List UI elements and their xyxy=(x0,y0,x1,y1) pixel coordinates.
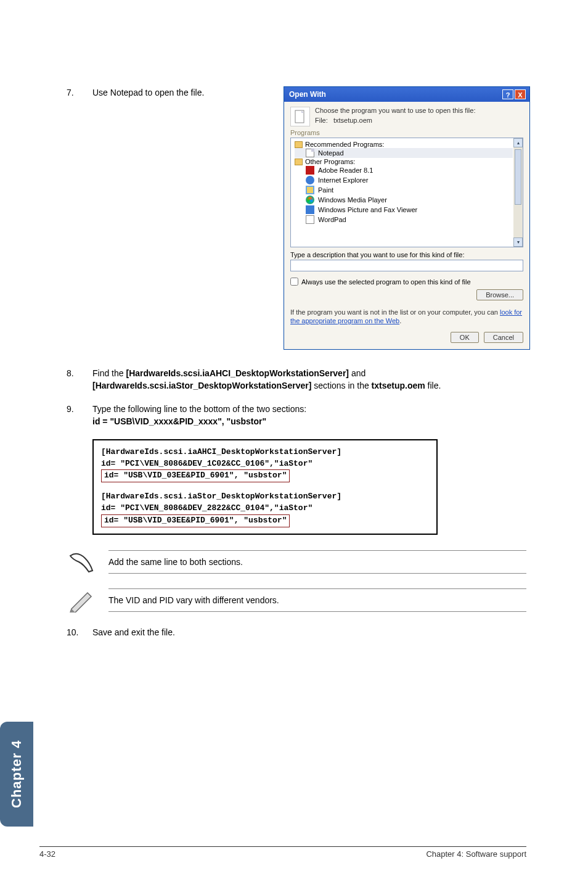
file-label: File: xyxy=(315,117,328,124)
program-internet-explorer[interactable]: Internet Explorer xyxy=(295,175,513,185)
step-7-number: 7. xyxy=(67,86,92,99)
folder-icon xyxy=(295,141,303,148)
description-label: Type a description that you want to use … xyxy=(290,251,523,258)
code-block: [HardwareIds.scsi.iaAHCI_DesktopWorkstat… xyxy=(92,439,438,535)
file-name: txtsetup.oem xyxy=(333,117,372,124)
step-10-text: Save and exit the file. xyxy=(92,626,526,638)
browse-button[interactable]: Browse... xyxy=(476,289,523,300)
scroll-thumb[interactable] xyxy=(515,149,521,205)
programs-listbox[interactable]: ▴ ▾ Recommended Programs: Notepad xyxy=(290,138,523,247)
ie-icon xyxy=(306,176,314,184)
cancel-button[interactable]: Cancel xyxy=(484,332,523,343)
recommended-group: Recommended Programs: xyxy=(295,141,513,148)
programs-section-label: Programs xyxy=(290,129,523,136)
notepad-icon xyxy=(306,149,314,157)
choose-program-text: Choose the program you want to use to op… xyxy=(315,107,476,114)
program-paint[interactable]: Paint xyxy=(295,185,513,195)
code-line-1: [HardwareIds.scsi.iaAHCI_DesktopWorkstat… xyxy=(101,447,429,458)
program-adobe-reader[interactable]: Adobe Reader 8.1 xyxy=(295,165,513,175)
program-picture-fax-viewer[interactable]: Windows Picture and Fax Viewer xyxy=(295,205,513,215)
code-line-5: id= "PCI\VEN_8086&DEV_2822&CC_0104","iaS… xyxy=(101,503,429,514)
code-line-4: [HardwareIds.scsi.iaStor_DesktopWorkstat… xyxy=(101,491,429,503)
program-wordpad[interactable]: WordPad xyxy=(295,215,513,225)
step-9-number: 9. xyxy=(67,403,92,428)
open-with-dialog: Open With ? X Choose the program you wan… xyxy=(284,86,530,350)
file-icon xyxy=(290,107,310,126)
paint-icon xyxy=(306,186,314,194)
step-7-text: Use Notepad to open the file. xyxy=(92,86,284,99)
page-number: 4-32 xyxy=(39,849,55,859)
close-button[interactable]: X xyxy=(515,89,526,99)
scroll-up-icon[interactable]: ▴ xyxy=(513,138,523,147)
chapter-label: Chapter 4: Software support xyxy=(426,849,526,859)
code-line-6-highlight: id= "USB\VID_03EE&PID_6901", "usbstor" xyxy=(101,514,290,527)
always-use-label: Always use the selected program to open … xyxy=(301,278,471,286)
description-input[interactable] xyxy=(290,260,523,271)
help-button[interactable]: ? xyxy=(502,89,513,99)
note-2-text: The VID and PID vary with different vend… xyxy=(108,588,526,612)
dialog-title: Open With xyxy=(289,90,501,99)
page-footer: 4-32 Chapter 4: Software support xyxy=(39,846,526,859)
step-10-number: 10. xyxy=(67,626,92,638)
step-8-text: Find the [HardwareIds.scsi.iaAHCI_Deskto… xyxy=(92,367,526,392)
step-8-number: 8. xyxy=(67,367,92,392)
picture-viewer-icon xyxy=(306,205,314,214)
wordpad-icon xyxy=(306,215,314,224)
program-notepad[interactable]: Notepad xyxy=(295,148,513,158)
web-help-text: If the program you want is not in the li… xyxy=(290,308,523,326)
chapter-tab: Chapter 4 xyxy=(0,722,33,827)
hand-icon xyxy=(67,550,96,574)
scroll-down-icon[interactable]: ▾ xyxy=(513,237,523,247)
dialog-titlebar: Open With ? X xyxy=(284,87,529,102)
folder-icon xyxy=(295,159,303,165)
ok-button[interactable]: OK xyxy=(451,332,479,343)
pencil-icon xyxy=(67,588,96,613)
note-1-text: Add the same line to both sections. xyxy=(108,550,526,574)
wmp-icon xyxy=(306,196,314,204)
always-use-checkbox[interactable] xyxy=(290,278,298,286)
scrollbar[interactable]: ▴ ▾ xyxy=(513,138,523,247)
step-9-text: Type the following line to the bottom of… xyxy=(92,403,526,428)
other-group: Other Programs: xyxy=(295,158,513,165)
code-line-3-highlight: id= "USB\VID_03EE&PID_6901", "usbstor" xyxy=(101,469,290,482)
adobe-icon xyxy=(306,166,314,175)
program-wmp[interactable]: Windows Media Player xyxy=(295,195,513,205)
code-line-2: id= "PCI\VEN_8086&DEV_1C02&CC_0106","iaS… xyxy=(101,458,429,470)
